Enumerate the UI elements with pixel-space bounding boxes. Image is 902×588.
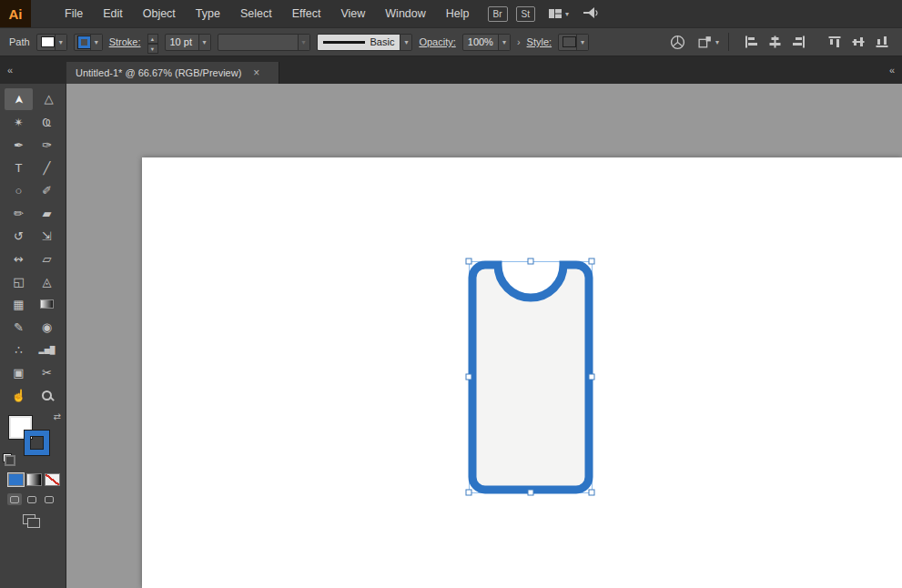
width-profile-dropdown[interactable]: Basic ▾ <box>317 34 413 51</box>
shaper-pencil-icon: ✏ <box>14 207 24 220</box>
chevron-down-icon: ▾ <box>298 35 309 50</box>
symbol-sprayer-tool[interactable]: ∴ <box>5 339 33 360</box>
ellipse-tool[interactable]: ○ <box>5 179 33 201</box>
menu-type[interactable]: Type <box>186 0 230 27</box>
menu-help[interactable]: Help <box>436 0 480 27</box>
recolor-artwork-button[interactable] <box>667 35 688 50</box>
paintbrush-tool[interactable]: ✐ <box>33 179 61 201</box>
mesh-tool[interactable]: ▦ <box>5 293 33 315</box>
align-top-icon[interactable] <box>828 35 842 48</box>
stroke-color-dropdown[interactable]: ▾ <box>74 34 103 51</box>
artboard-icon: ▣ <box>13 366 24 380</box>
tab-close-button[interactable]: × <box>253 66 259 79</box>
free-transform-tool[interactable]: ▱ <box>33 248 61 269</box>
color-wheel-icon <box>670 35 685 50</box>
align-right-icon[interactable] <box>792 35 806 48</box>
selection-handle-bottom-center[interactable] <box>528 490 533 495</box>
width-tool[interactable]: ↭ <box>5 248 33 269</box>
perspective-grid-tool[interactable]: ◬ <box>33 270 61 292</box>
draw-behind-button[interactable] <box>25 493 39 505</box>
magic-wand-tool[interactable]: ✴ <box>5 111 33 133</box>
selection-tool[interactable]: ➤ <box>5 88 33 110</box>
phone-shape-path[interactable] <box>472 265 589 490</box>
stroke-weight-stepper[interactable]: ▴ ▾ <box>147 34 158 51</box>
scale-tool[interactable]: ⇲ <box>33 225 61 247</box>
type-icon: T <box>15 161 23 175</box>
graphic-style-dropdown[interactable]: ▾ <box>558 34 589 51</box>
brush-definition-dropdown[interactable]: ▾ <box>218 34 310 51</box>
align-vertical-center-icon[interactable] <box>852 35 866 48</box>
rotate-icon: ↺ <box>14 229 24 243</box>
stroke-panel-link[interactable]: Stroke: <box>109 36 141 47</box>
screen-mode-button[interactable] <box>23 514 43 529</box>
selection-handle-middle-right[interactable] <box>589 374 594 380</box>
shape-builder-tool[interactable]: ◱ <box>5 270 33 292</box>
gradient-tool[interactable] <box>33 293 61 315</box>
none-mode-button[interactable] <box>45 473 60 486</box>
stepper-up-icon[interactable]: ▴ <box>147 34 158 44</box>
align-bottom-icon[interactable] <box>876 35 889 48</box>
stroke-weight-combo[interactable]: 10 pt ▾ <box>165 34 211 51</box>
transform-options-button[interactable]: ▾ <box>694 35 722 49</box>
fill-color-dropdown[interactable]: ▾ <box>36 34 67 51</box>
column-graph-tool[interactable]: ▂▅█ <box>33 339 61 360</box>
artboard-tool[interactable]: ▣ <box>5 361 33 383</box>
selection-handle-top-right[interactable] <box>589 259 594 264</box>
menu-object[interactable]: Object <box>133 0 186 27</box>
selection-handle-top-center[interactable] <box>528 259 533 264</box>
draw-normal-button[interactable] <box>7 493 22 505</box>
slice-tool[interactable]: ✂ <box>33 361 61 383</box>
perspective-grid-icon: ◬ <box>43 275 52 289</box>
selection-handle-bottom-left[interactable] <box>466 490 471 495</box>
eraser-tool[interactable]: ▰ <box>33 202 61 224</box>
menu-effect[interactable]: Effect <box>282 0 331 27</box>
direct-selection-tool[interactable]: ▷ <box>33 88 61 110</box>
transform-icon <box>697 35 713 49</box>
eyedropper-tool[interactable]: ✎ <box>5 316 33 338</box>
gradient-mode-button[interactable] <box>26 473 42 486</box>
menu-select[interactable]: Select <box>230 0 282 27</box>
workspace-switcher[interactable]: ▾ <box>548 7 569 20</box>
zoom-tool[interactable] <box>33 384 61 406</box>
fill-swatch-icon <box>41 36 55 47</box>
align-left-icon[interactable] <box>745 35 758 48</box>
bridge-button[interactable]: Br <box>488 6 508 22</box>
stroke-swatch[interactable] <box>25 431 49 455</box>
line-segment-tool[interactable]: ╱ <box>33 157 61 178</box>
menu-view[interactable]: View <box>330 0 375 27</box>
shaper-tool[interactable]: ✏ <box>5 202 33 224</box>
artwork-overlay <box>66 84 902 588</box>
default-fill-stroke-button[interactable] <box>3 453 15 466</box>
hand-tool[interactable]: ☝ <box>5 384 33 406</box>
curvature-tool[interactable]: ✑ <box>33 134 61 156</box>
opacity-panel-arrow[interactable]: › <box>517 36 521 47</box>
style-panel-link[interactable]: Style: <box>527 36 552 47</box>
blend-tool[interactable]: ◉ <box>33 316 61 338</box>
canvas-area[interactable] <box>66 84 902 588</box>
selection-handle-bottom-right[interactable] <box>589 490 594 495</box>
document-tab-title: Untitled-1* @ 66.67% (RGB/Preview) <box>76 67 241 78</box>
pen-tool[interactable]: ✒ <box>5 134 33 156</box>
menu-edit[interactable]: Edit <box>93 0 133 27</box>
document-tab[interactable]: Untitled-1* @ 66.67% (RGB/Preview) × <box>66 62 279 84</box>
opacity-panel-link[interactable]: Opacity: <box>419 36 455 47</box>
menu-file[interactable]: File <box>55 0 93 27</box>
draw-inside-button[interactable] <box>42 493 56 505</box>
selection-arrow-icon: ➤ <box>12 95 25 105</box>
rotate-tool[interactable]: ↺ <box>5 225 33 247</box>
panel-dock-collapse-button[interactable]: « <box>889 56 902 84</box>
share-button[interactable] <box>582 6 599 21</box>
align-horizontal-center-icon[interactable] <box>768 35 782 48</box>
lasso-tool[interactable]: Ҩ <box>33 111 61 133</box>
opacity-combo[interactable]: 100% ▾ <box>462 34 511 51</box>
stock-button[interactable]: St <box>516 6 535 22</box>
color-mode-button[interactable] <box>8 473 24 486</box>
selection-handle-middle-left[interactable] <box>466 374 471 380</box>
graphic-style-swatch-icon <box>562 36 576 47</box>
swap-fill-stroke-button[interactable]: ⇄ <box>54 411 61 421</box>
menu-window[interactable]: Window <box>375 0 435 27</box>
toolbar-collapse-button[interactable]: « <box>0 56 66 84</box>
selection-handle-top-left[interactable] <box>466 259 471 264</box>
stepper-down-icon[interactable]: ▾ <box>147 44 158 54</box>
type-tool[interactable]: T <box>5 157 33 178</box>
